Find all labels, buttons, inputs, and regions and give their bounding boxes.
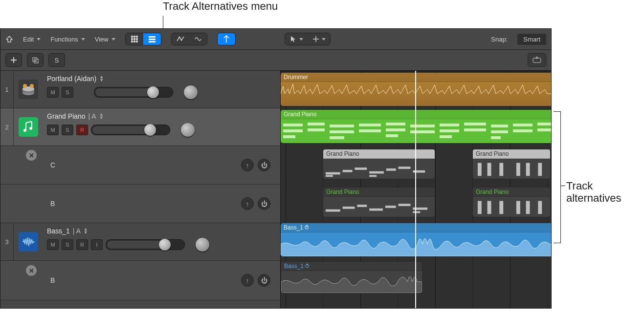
svg-rect-69 (369, 209, 383, 211)
list-view-icon[interactable] (143, 33, 161, 45)
loop-icon: ⥀ (305, 263, 309, 270)
region-title: Grand Piano (323, 188, 435, 197)
promote-alt-button[interactable]: ↑ (241, 197, 254, 210)
close-alternatives-button[interactable]: ✕ (26, 265, 37, 276)
svg-rect-25 (283, 129, 303, 132)
region-grand-piano-c-2[interactable]: Grand Piano (472, 149, 551, 179)
record-button[interactable]: R (76, 239, 88, 250)
track-header-2[interactable]: 2 Grand Piano | A ▲▼ M (0, 108, 280, 146)
svg-rect-0 (131, 36, 133, 38)
volume-slider[interactable] (94, 87, 173, 98)
alt-header-b[interactable]: B ↑ ⏻ (0, 185, 280, 223)
pan-knob[interactable] (196, 238, 209, 251)
svg-point-12 (178, 37, 180, 38)
svg-rect-30 (330, 130, 354, 133)
flex-icon[interactable] (189, 33, 207, 45)
track-alternatives-menu[interactable]: Portland (Aidan) ▲▼ (47, 75, 276, 83)
svg-rect-46 (491, 136, 501, 139)
duplicate-track-button[interactable] (27, 53, 44, 67)
input-monitor-button[interactable]: I (91, 239, 103, 250)
svg-rect-6 (131, 41, 133, 42)
volume-slider[interactable] (106, 239, 185, 250)
region-title: Grand Piano (323, 149, 435, 159)
catch-playhead-icon[interactable] (217, 33, 236, 45)
snap-dropdown[interactable]: Smart (517, 34, 546, 45)
svg-rect-76 (499, 201, 503, 214)
mute-button[interactable]: M (47, 125, 59, 135)
svg-rect-67 (343, 207, 355, 209)
volume-slider[interactable] (91, 125, 170, 135)
svg-rect-77 (516, 201, 520, 214)
svg-rect-7 (133, 41, 135, 42)
track-alternatives-menu[interactable]: Grand Piano | A ▲▼ (47, 112, 276, 120)
svg-rect-34 (386, 123, 405, 125)
grid-view-icon[interactable] (126, 33, 143, 45)
collapse-headers-button[interactable] (528, 53, 546, 67)
region-grand-piano-b-1[interactable]: Grand Piano (323, 187, 435, 217)
track-alternatives-menu[interactable]: Bass_1 | A ▲▼ (47, 227, 276, 235)
close-alternatives-button[interactable]: ✕ (26, 150, 37, 161)
view-menu[interactable]: View (95, 36, 115, 43)
record-button[interactable]: R (76, 125, 88, 135)
svg-rect-24 (283, 124, 303, 126)
svg-rect-2 (136, 36, 138, 38)
arrange-area[interactable]: 1 3 5 7 (281, 71, 551, 309)
solo-button[interactable]: S (62, 125, 73, 135)
daw-window: Edit Functions View (0, 28, 552, 309)
svg-rect-55 (386, 168, 396, 171)
svg-rect-56 (399, 167, 411, 169)
updown-icon: ▲▼ (84, 228, 88, 234)
svg-rect-9 (149, 36, 155, 38)
automation-group (171, 33, 207, 45)
svg-rect-62 (499, 163, 503, 176)
svg-rect-10 (149, 39, 155, 40)
drums-icon (19, 80, 38, 99)
svg-rect-33 (359, 129, 381, 132)
pointer-tool-icon[interactable] (285, 33, 308, 45)
playhead[interactable] (415, 71, 416, 309)
midi-icon (19, 117, 38, 137)
power-alt-button[interactable]: ⏻ (258, 274, 270, 287)
svg-rect-52 (343, 170, 353, 172)
track-header-1[interactable]: 1 Portland (Aidan) ▲▼ M S (0, 71, 280, 108)
functions-menu[interactable]: Functions (50, 36, 85, 43)
pan-knob[interactable] (184, 85, 198, 99)
region-bass-b[interactable]: Bass_1 ⥀ (281, 261, 422, 293)
svg-rect-27 (308, 123, 325, 125)
solo-button[interactable]: S (62, 87, 73, 98)
solo-button[interactable]: S (62, 239, 73, 250)
svg-rect-32 (359, 124, 381, 126)
annotation-bracket (554, 111, 561, 243)
pan-knob[interactable] (181, 123, 195, 137)
mute-button[interactable]: M (47, 239, 59, 250)
svg-rect-48 (513, 129, 533, 132)
edit-menu[interactable]: Edit (23, 36, 41, 43)
svg-point-23 (29, 127, 32, 130)
promote-alt-button[interactable]: ↑ (241, 159, 254, 171)
promote-alt-button[interactable]: ↑ (241, 274, 254, 287)
alt-header-bass-b[interactable]: ✕ B ↑ ⏻ (0, 261, 280, 300)
alt-header-c[interactable]: ✕ C ↑ ⏻ (0, 146, 280, 185)
region-grand-piano-b-2[interactable]: Grand Piano (472, 187, 551, 217)
view-mode-group (125, 33, 161, 45)
add-track-button[interactable] (5, 53, 22, 67)
svg-rect-79 (538, 201, 542, 214)
updown-icon: ▲▼ (99, 113, 104, 120)
track-headers: 1 Portland (Aidan) ▲▼ M S (0, 71, 281, 309)
mute-button[interactable]: M (47, 87, 59, 98)
svg-rect-11 (149, 41, 155, 42)
secondary-tool-icon[interactable] (308, 33, 330, 45)
updown-icon: ▲▼ (99, 75, 104, 82)
global-solo-button[interactable]: S (48, 53, 65, 67)
power-alt-button[interactable]: ⏻ (258, 159, 270, 171)
svg-rect-42 (464, 123, 486, 125)
alt-name: B (50, 200, 55, 208)
svg-rect-71 (399, 204, 411, 206)
back-button[interactable] (5, 35, 13, 43)
snap-label: Snap: (491, 36, 508, 43)
automation-icon[interactable] (172, 33, 189, 45)
power-alt-button[interactable]: ⏻ (258, 197, 270, 210)
track-header-3[interactable]: 3 Bass_1 | A ▲▼ M (0, 223, 280, 261)
region-grand-piano-c-1[interactable]: Grand Piano (323, 149, 435, 179)
svg-rect-41 (440, 135, 452, 138)
